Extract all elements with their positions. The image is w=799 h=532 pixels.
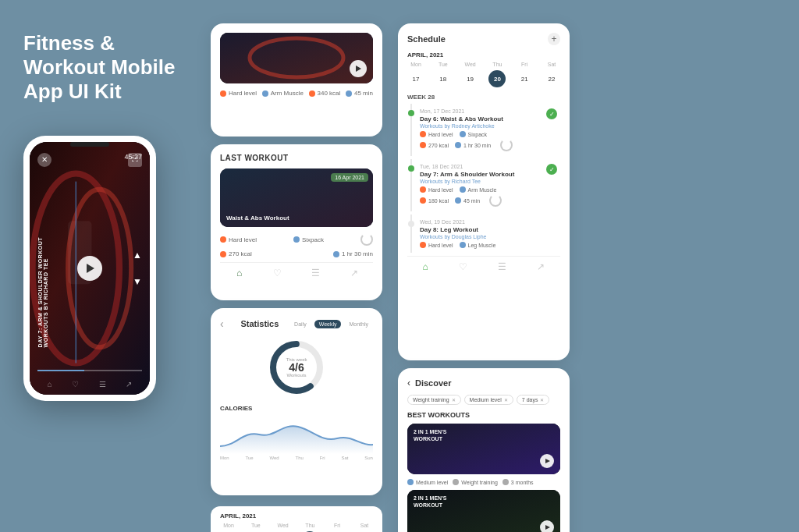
- t2-target-icon: [460, 186, 466, 193]
- play-icon: [87, 264, 94, 273]
- stats-tabs: Daily Weekly Monthly: [289, 320, 373, 328]
- nav-list-icon[interactable]: ☰: [99, 380, 106, 388]
- scroll-down-arrow[interactable]: ▼: [133, 276, 142, 287]
- timeline-date-2: Tue, 18 Dec 2021: [420, 164, 560, 169]
- mini-play-icon: [356, 66, 361, 72]
- timeline-meta-1b: 270 kcal 1 hr 30 min: [420, 139, 560, 151]
- tab-weekly[interactable]: Weekly: [314, 320, 342, 328]
- donut-chart: This week 4/6 Workouts: [265, 336, 328, 399]
- thumb1-level-icon: [407, 479, 414, 485]
- top-card-meta: Hard level Arm Muscle 340 kcal 45 min: [220, 90, 373, 97]
- nav-heart-icon[interactable]: ♡: [72, 380, 79, 388]
- nav-stats[interactable]: ↗: [348, 268, 360, 280]
- sched-nav-home[interactable]: ⌂: [423, 261, 428, 272]
- chart-x-labels: Mon Tue Wed Thu Fri Sat Sun: [220, 456, 373, 460]
- filter-medium-level[interactable]: Medium level ✕: [464, 395, 513, 405]
- sched-day-18[interactable]: 18: [435, 70, 452, 87]
- add-schedule-button[interactable]: +: [548, 33, 560, 45]
- t2-level: Hard level: [420, 186, 453, 193]
- timeline-item-3: Wed, 19 Dec 2021 Day 8: Leg Workout Work…: [410, 215, 560, 253]
- lw-target: Sixpack: [293, 236, 324, 243]
- sched-nav-stats[interactable]: ↗: [537, 261, 545, 272]
- t3-level: Hard level: [420, 242, 453, 248]
- progress-bar: [37, 370, 142, 371]
- t1-kcal-icon: [420, 142, 426, 148]
- muscle-meta: Arm Muscle: [262, 90, 304, 97]
- donut-center: This week 4/6 Workouts: [286, 357, 307, 378]
- lw-level: Hard level: [220, 236, 257, 243]
- last-workout-details2: 270 kcal 1 hr 30 min: [220, 250, 373, 257]
- timeline-meta-1: Hard level Sixpack: [420, 131, 560, 137]
- lw-flame-icon: [220, 236, 226, 243]
- schedule-header: Schedule +: [407, 33, 560, 45]
- left-section: Fitness & Workout Mobile App UI Kit: [23, 23, 195, 532]
- thumb1-duration-icon: [502, 479, 509, 485]
- timeline-item-1: ✓ Mon, 17 Dec 2021 Day 6: Waist & Abs Wo…: [410, 104, 560, 156]
- refresh-icon[interactable]: [360, 233, 373, 246]
- t3-target-icon: [460, 242, 466, 248]
- nav-home-icon[interactable]: ⌂: [48, 380, 52, 388]
- tab-daily[interactable]: Daily: [289, 320, 311, 328]
- discover-back[interactable]: ‹: [407, 378, 410, 388]
- sched-day-22[interactable]: 22: [543, 70, 560, 87]
- sched-day-21[interactable]: 21: [516, 70, 533, 87]
- timeline-item-2: ✓ Tue, 18 Dec 2021 Day 7: Arm & Shoulder…: [410, 159, 560, 211]
- timeline-meta-2: Hard level Arm Muscle: [420, 186, 560, 193]
- thumb1-type-icon: [453, 479, 459, 485]
- level-meta: Hard level: [220, 90, 257, 97]
- sched-nav-heart[interactable]: ♡: [459, 261, 467, 272]
- filter-weight-training[interactable]: Weight training ✕: [407, 395, 461, 405]
- t1-refresh[interactable]: [500, 139, 513, 151]
- filter-7-days[interactable]: 7 days ✕: [517, 395, 550, 405]
- discover-header: ‹ Discover: [407, 378, 560, 388]
- top-card-play[interactable]: [350, 60, 367, 77]
- thumb1-level: Medium level: [407, 479, 448, 485]
- schedule-days-row: 17 18 19 20 21 22: [407, 70, 560, 87]
- app-title: Fitness & Workout Mobile App UI Kit: [23, 31, 195, 105]
- top-workout-card: Hard level Arm Muscle 340 kcal 45 min: [211, 23, 382, 137]
- phone-close-btn[interactable]: ✕: [37, 153, 51, 167]
- t1-duration: 1 hr 30 min: [455, 139, 491, 151]
- sched-day-19[interactable]: 19: [462, 70, 479, 87]
- middle-section: Hard level Arm Muscle 340 kcal 45 min LA…: [211, 23, 382, 532]
- thumb-play-2[interactable]: [540, 520, 554, 532]
- sched-nav-list[interactable]: ☰: [498, 261, 506, 272]
- last-workout-title: LAST WORKOUT: [220, 154, 373, 162]
- phone-expand-btn[interactable]: ⛶: [128, 153, 142, 167]
- checkmark-1: ✓: [546, 108, 557, 119]
- t2-target: Arm Muscle: [460, 186, 497, 193]
- t2-refresh[interactable]: [489, 194, 502, 207]
- tab-monthly[interactable]: Monthly: [344, 320, 373, 328]
- nav-list[interactable]: ☰: [310, 268, 322, 280]
- phone-frame: ✕ ⛶ 45:27 ▲ ▼ D: [23, 136, 156, 401]
- filter-tags: Weight training ✕ Medium level ✕ 7 days …: [407, 395, 560, 405]
- nav-home[interactable]: ⌂: [233, 268, 246, 280]
- t2-kcal-icon: [420, 197, 426, 204]
- t1-clock-icon: [455, 142, 461, 148]
- last-workout-image: 16 Apr 2021 Waist & Abs Workout: [220, 168, 373, 227]
- phone-play-button[interactable]: [77, 256, 102, 281]
- thumb-play-1[interactable]: [540, 454, 554, 468]
- lw-clock-icon: [333, 251, 339, 257]
- stats-back[interactable]: ‹: [220, 317, 224, 330]
- right-section: Schedule + APRIL, 2021 Mon Tue Wed Thu F…: [398, 23, 570, 532]
- t2-kcal: 180 kcal: [420, 194, 449, 207]
- t3-target: Leg Muscle: [460, 242, 496, 248]
- thumb-label-2: 2 IN 1 MEN'SWORKOUT: [414, 495, 447, 509]
- scroll-up-arrow[interactable]: ▲: [133, 250, 142, 261]
- sched-day-20[interactable]: 20: [488, 70, 506, 87]
- calories-chart: [220, 415, 373, 454]
- calendar-mini: APRIL, 2021 Mon Tue Wed Thu Fri Sat 17 1…: [211, 506, 382, 532]
- stats-header: ‹ Statistics Daily Weekly Monthly: [220, 317, 373, 330]
- nav-chart-icon[interactable]: ↗: [126, 380, 132, 388]
- t3-level-icon: [420, 242, 426, 248]
- nav-heart[interactable]: ♡: [272, 268, 284, 280]
- muscle-icon: [262, 90, 268, 97]
- last-workout-card: LAST WORKOUT 16 Apr 2021: [211, 144, 382, 300]
- sched-day-17[interactable]: 17: [407, 70, 424, 87]
- progress-fill: [37, 370, 84, 371]
- t2-clock-icon: [455, 197, 461, 204]
- thumb-meta-1: Medium level Weight training 3 months: [407, 479, 560, 485]
- last-workout-bottom-nav: ⌂ ♡ ☰ ↗: [220, 262, 373, 280]
- thumb-label-1: 2 IN 1 MEN'SWORKOUT: [414, 428, 447, 442]
